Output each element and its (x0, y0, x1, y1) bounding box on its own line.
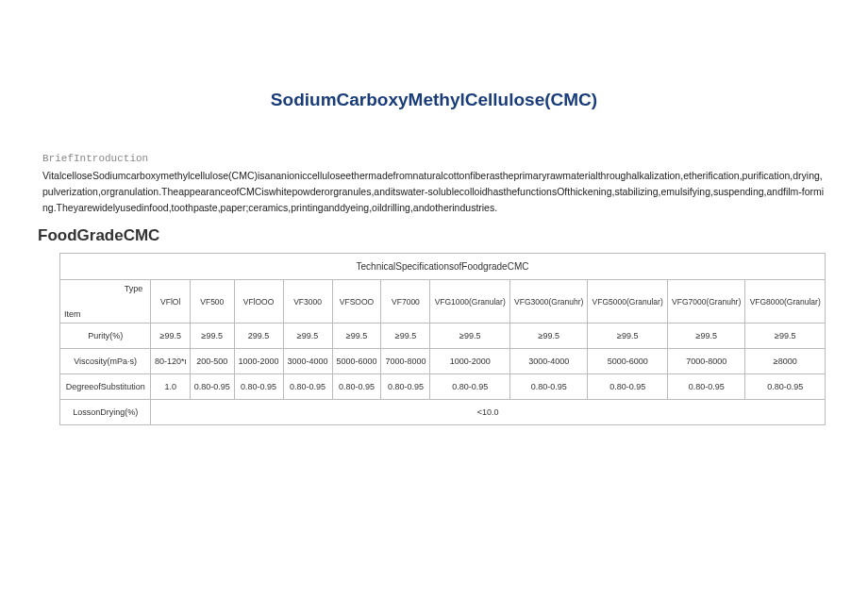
cell: ≥99.5 (191, 324, 235, 349)
cell: 5000-6000 (588, 349, 668, 374)
header-type-label: Type (125, 284, 143, 293)
table-row: LossonDrying(%) <10.0 (60, 400, 826, 425)
row-label-viscosity: Viscosity(mPa·s) (60, 349, 151, 374)
col-header: VF7000 (381, 280, 430, 324)
row-label-loss: LossonDrying(%) (60, 400, 151, 425)
table-row: Viscosity(mPa·s) 80-120*ι 200-500 1000-2… (60, 349, 826, 374)
cell: ≥99.5 (509, 324, 587, 349)
cell: 0.80-0.95 (509, 374, 587, 400)
table-caption: TechnicalSpecificationsofFoodgradeCMC (60, 254, 826, 280)
header-corner: Type Item (60, 280, 151, 324)
col-header: VF500 (191, 280, 235, 324)
col-header: VFG8000(Granular) (745, 280, 826, 324)
col-header: VFG1000(Granular) (430, 280, 510, 324)
spec-table: TechnicalSpecificationsofFoodgradeCMC Ty… (59, 253, 826, 425)
col-header: VF3000 (283, 280, 332, 324)
header-item-label: Item (64, 309, 81, 319)
cell: ≥99.5 (667, 324, 744, 349)
cell: ≥99.5 (588, 324, 668, 349)
cell: ≥99.5 (745, 324, 826, 349)
cell: 1000-2000 (234, 349, 283, 374)
col-header: VFSOOO (332, 280, 381, 324)
cell: 1.0 (151, 374, 191, 400)
cell: 5000-6000 (332, 349, 381, 374)
cell: 0.80-0.95 (332, 374, 381, 400)
intro-label: BriefIntroduction (42, 153, 826, 164)
cell: 7000-8000 (667, 349, 744, 374)
table-caption-row: TechnicalSpecificationsofFoodgradeCMC (60, 254, 826, 280)
table-row: Purity(%) ≥99.5 ≥99.5 299.5 ≥99.5 ≥99.5 … (60, 324, 826, 349)
spec-table-wrap: TechnicalSpecificationsofFoodgradeCMC Ty… (59, 253, 826, 425)
cell: 0.80-0.95 (667, 374, 744, 400)
cell: ≥99.5 (381, 324, 430, 349)
cell: 1000-2000 (430, 349, 510, 374)
cell: ≥99.5 (151, 324, 191, 349)
cell: 0.80-0.95 (588, 374, 668, 400)
cell: 200-500 (191, 349, 235, 374)
cell: ≥99.5 (283, 324, 332, 349)
col-header: VFG3000(Granuhr) (509, 280, 587, 324)
cell: 0.80-0.95 (745, 374, 826, 400)
table-row: DegreeofSubstitution 1.0 0.80-0.95 0.80-… (60, 374, 826, 400)
subheading-food-grade: FoodGradeCMC (38, 226, 826, 245)
intro-paragraph: VitalcelloseSodiumcarboxymethylcellulose… (42, 168, 826, 215)
col-header: VFG7000(Granuhr) (667, 280, 744, 324)
cell: 0.80-0.95 (283, 374, 332, 400)
row-label-purity: Purity(%) (60, 324, 151, 349)
cell: 299.5 (234, 324, 283, 349)
cell: 0.80-0.95 (381, 374, 430, 400)
col-header: VFG5000(Granular) (588, 280, 668, 324)
cell: ≥99.5 (332, 324, 381, 349)
cell: 0.80-0.95 (191, 374, 235, 400)
cell: 3000-4000 (509, 349, 587, 374)
cell: 3000-4000 (283, 349, 332, 374)
cell: 7000-8000 (381, 349, 430, 374)
page-title: SodiumCarboxyMethylCellulose(CMC) (42, 90, 826, 110)
row-label-dos: DegreeofSubstitution (60, 374, 151, 400)
cell: ≥99.5 (430, 324, 510, 349)
table-header-row: Type Item VFlOl VF500 VFlOOO VF3000 VFSO… (60, 280, 826, 324)
col-header: VFlOl (151, 280, 191, 324)
cell: 0.80-0.95 (234, 374, 283, 400)
cell-merged: <10.0 (151, 400, 826, 425)
cell: 80-120*ι (151, 349, 191, 374)
col-header: VFlOOO (234, 280, 283, 324)
cell: 0.80-0.95 (430, 374, 510, 400)
cell: ≥8000 (745, 349, 826, 374)
